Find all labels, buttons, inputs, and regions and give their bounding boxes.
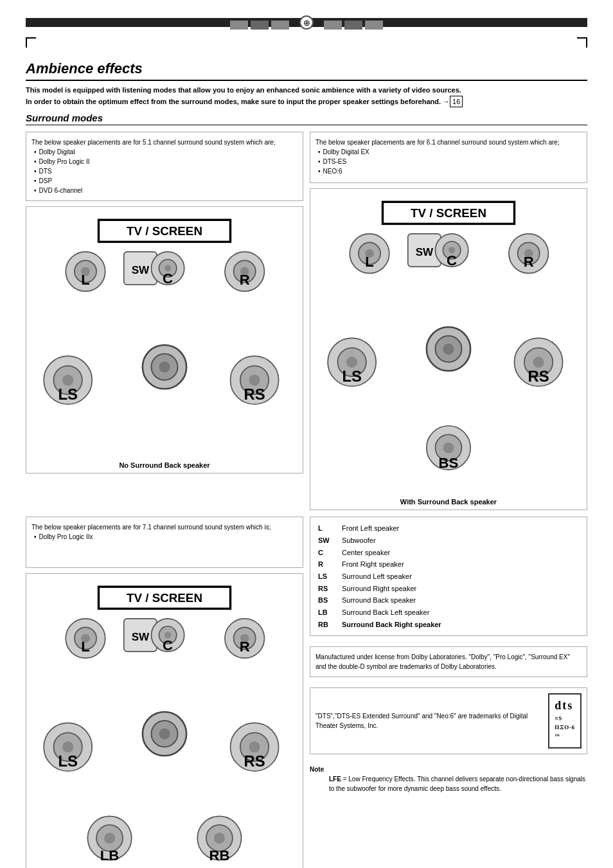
legend-val-C: Center speaker <box>342 547 579 559</box>
caption-51: No Surround Back speaker <box>33 461 296 469</box>
svg-point-91 <box>214 833 225 844</box>
svg-text:BS: BS <box>439 455 459 471</box>
svg-point-76 <box>159 729 170 740</box>
legend-row-R: R Front Right speaker <box>318 558 579 571</box>
note-text: LFE = Low Frequency Effects. This channe… <box>310 774 587 793</box>
svg-point-25 <box>249 375 260 385</box>
page-title: Ambience effects <box>26 60 587 81</box>
right-info-col: L Front Left speaker SW Subwoofer C Cent… <box>310 517 587 868</box>
box61-item-2: DTS-ES <box>318 157 582 166</box>
legend-key-RB: RB <box>318 619 334 631</box>
svg-text:LS: LS <box>58 385 78 403</box>
center-reg-mark: ⊕ <box>299 15 314 30</box>
svg-text:L: L <box>81 272 90 288</box>
legend-row-LS: LS Surround Left speaker <box>318 571 579 583</box>
legend-val-LB: Surround Back Left speaker <box>342 607 579 619</box>
svg-text:L: L <box>81 639 90 655</box>
corner-tl <box>26 37 36 48</box>
legend-val-RB: Surround Back Right speaker <box>342 619 579 631</box>
legend-row-C: C Center speaker <box>318 547 579 559</box>
legend-box: L Front Left speaker SW Subwoofer C Cent… <box>310 517 587 636</box>
legend-row-BS: BS Surround Back speaker <box>318 594 579 607</box>
svg-point-52 <box>533 357 544 368</box>
svg-text:C: C <box>163 638 173 654</box>
dts-text: "DTS","DTS-ES Extended Surround" and "Ne… <box>315 711 542 731</box>
svg-point-83 <box>249 741 260 752</box>
dts-logo: dts ≡SΠΞΟ·6 ™ <box>548 693 582 748</box>
box51-item-1: Dolby Digital <box>34 147 298 157</box>
diagram-51: TV / SCREEN L SW <box>26 206 303 474</box>
intro-text: This model is equipped with listening mo… <box>26 85 587 107</box>
svg-point-56 <box>443 442 454 453</box>
legend-row-LB: LB Surround Back Left speaker <box>318 607 579 619</box>
intro-line1: This model is equipped with listening mo… <box>26 86 461 94</box>
diagram-51-svg: TV / SCREEN L SW <box>33 213 296 455</box>
page: ⊕ Ambience effects This model is equippe… <box>0 0 613 868</box>
note-lfe-label: LFE <box>329 775 341 783</box>
legend-key-R: R <box>318 558 334 571</box>
svg-text:SW: SW <box>132 631 150 643</box>
box51-item-4: DSP <box>34 176 298 186</box>
svg-text:R: R <box>240 639 250 655</box>
info-box-61: The below speaker placements are for 6.1… <box>310 132 587 183</box>
col-61: The below speaker placements are for 6.1… <box>310 132 587 510</box>
svg-text:L: L <box>365 254 374 270</box>
svg-point-21 <box>62 375 73 385</box>
col-71: The below speaker placements are for 7.1… <box>26 517 303 868</box>
info-box-71: The below speaker placements are for 7.1… <box>26 517 303 568</box>
legend-val-L: Front Left speaker <box>342 522 579 535</box>
legend-row-RB: RB Surround Back Right speaker <box>318 619 579 631</box>
info-box-51: The below speaker placements are for 5.1… <box>26 132 303 201</box>
legend-val-SW: Subwoofer <box>342 535 579 547</box>
dolby-trademark-box: Manufactured under license from Dolby La… <box>310 646 587 677</box>
box71-list: Dolby Pro Logic IIx <box>31 532 298 542</box>
note-title: Note <box>310 765 587 774</box>
svg-point-45 <box>443 344 454 355</box>
top-diagrams-row: The below speaker placements are for 5.1… <box>26 132 587 510</box>
svg-text:TV / SCREEN: TV / SCREEN <box>411 206 486 220</box>
legend-key-RS: RS <box>318 583 334 595</box>
svg-text:LS: LS <box>58 753 78 770</box>
box51-item-3: DTS <box>34 166 298 176</box>
bottom-row: The below speaker placements are for 7.1… <box>26 517 587 868</box>
svg-point-79 <box>62 741 73 752</box>
dts-trademark-box: "DTS","DTS-ES Extended Surround" and "Ne… <box>310 687 587 754</box>
svg-text:RS: RS <box>244 385 265 403</box>
legend-key-LS: LS <box>318 571 334 583</box>
diagram-61: TV / SCREEN L SW <box>310 188 587 510</box>
box51-item-5: DVD 6-channel <box>34 186 298 195</box>
legend-row-RS: RS Surround Right speaker <box>318 583 579 595</box>
legend-val-LS: Surround Left speaker <box>342 571 579 583</box>
svg-text:LS: LS <box>342 368 362 385</box>
svg-text:R: R <box>240 272 250 288</box>
legend-key-C: C <box>318 547 334 559</box>
legend-row-L: L Front Left speaker <box>318 522 579 535</box>
legend-key-BS: BS <box>318 594 334 607</box>
svg-point-48 <box>346 357 357 368</box>
intro-line2: In order to obtain the optimum effect fr… <box>26 98 441 105</box>
legend-key-SW: SW <box>318 535 334 547</box>
dts-logo-tm: ™ <box>555 733 560 739</box>
box71-heading: The below speaker placements are for 7.1… <box>31 524 271 531</box>
box71-item-1: Dolby Pro Logic IIx <box>34 532 298 542</box>
box61-heading: The below speaker placements are for 6.1… <box>315 139 560 146</box>
svg-point-87 <box>104 833 115 844</box>
svg-text:TV / SCREEN: TV / SCREEN <box>127 591 202 605</box>
svg-text:R: R <box>524 254 534 270</box>
svg-text:C: C <box>163 270 173 287</box>
box61-list: Dolby Digital EX DTS-ES NEO:6 <box>315 147 582 176</box>
col-51: The below speaker placements are for 5.1… <box>26 132 303 510</box>
box61-item-3: NEO:6 <box>318 166 582 176</box>
legend-val-BS: Surround Back speaker <box>342 594 579 607</box>
note-box: Note LFE = Low Frequency Effects. This c… <box>310 765 587 793</box>
page-ref-inline: →16 <box>443 98 463 105</box>
svg-text:LB: LB <box>100 847 120 864</box>
corner-tr <box>577 37 587 48</box>
box51-item-2: Dolby Pro Logic II <box>34 157 298 166</box>
svg-text:C: C <box>447 252 457 269</box>
dts-trademark-inner: "DTS","DTS-ES Extended Surround" and "Ne… <box>315 693 582 748</box>
dolby-trademark-text: Manufactured under license from Dolby La… <box>315 653 570 670</box>
caption-61: With Surround Back speaker <box>317 498 580 506</box>
legend-row-SW: SW Subwoofer <box>318 535 579 547</box>
svg-text:RS: RS <box>244 753 265 770</box>
